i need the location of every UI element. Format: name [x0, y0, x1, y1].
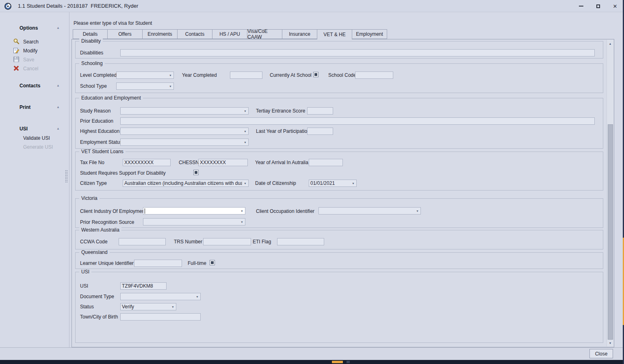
tab-hs-apu[interactable]: HS / APU	[212, 29, 247, 39]
tab-insurance[interactable]: Insurance	[282, 29, 317, 39]
group-schooling: Schooling Level Completed ▼ Year Complet…	[75, 63, 603, 93]
full-time-label: Full-time	[188, 260, 206, 266]
tertiary-entrance-score-input[interactable]	[307, 107, 333, 115]
disabilities-input[interactable]	[120, 49, 595, 56]
scroll-up-icon[interactable]: ▲	[607, 40, 613, 47]
dropdown-arrow-icon[interactable]: ▼	[350, 182, 356, 185]
school-code-input[interactable]	[355, 72, 393, 79]
dropdown-arrow-icon[interactable]: ▼	[414, 210, 420, 212]
taskbar-app-icon	[347, 361, 350, 363]
ccwa-code-input[interactable]	[119, 238, 166, 245]
dropdown-arrow-icon[interactable]: ▼	[167, 74, 173, 77]
tab-enrolments[interactable]: Enrolments	[143, 29, 178, 39]
tab-vet-he[interactable]: VET & HE	[317, 29, 352, 39]
collapse-contacts-icon[interactable]: ▲	[56, 84, 60, 87]
last-year-participation-input[interactable]	[307, 128, 333, 135]
chessn-input[interactable]	[198, 159, 248, 166]
group-western-australia: Western Australia CCWA Code TRS Number E…	[75, 230, 603, 249]
tab-offers[interactable]: Offers	[108, 29, 143, 39]
group-title: Queensland	[79, 249, 110, 255]
study-reason-label: Study Reason	[80, 108, 110, 114]
study-reason-dropdown[interactable]: ▼	[120, 107, 249, 115]
employment-status-dropdown[interactable]: ▼	[120, 139, 249, 146]
citizen-type-dropdown[interactable]: Australian citizen (including Australian…	[123, 180, 249, 187]
dropdown-arrow-icon[interactable]: ▼	[239, 221, 245, 223]
dropdown-arrow-icon[interactable]: ▼	[242, 182, 248, 185]
level-completed-dropdown[interactable]: ▼	[116, 72, 174, 79]
sidebar-item-modify[interactable]: Modify	[23, 48, 37, 54]
close-button[interactable]: Close	[589, 349, 613, 358]
tab-details[interactable]: Details	[73, 29, 108, 39]
search-icon	[13, 38, 20, 45]
learner-unique-identifier-input[interactable]	[134, 260, 182, 267]
vertical-scrollbar[interactable]: ▲ ▼	[607, 40, 613, 347]
citizen-type-label: Citizen Type	[80, 180, 107, 186]
dropdown-arrow-icon[interactable]: ▼	[239, 210, 245, 212]
date-of-citizenship-dropdown[interactable]: 01/01/2021 ▼	[309, 180, 357, 187]
dropdown-arrow-icon[interactable]: ▼	[242, 141, 248, 144]
client-industry-dropdown[interactable]: ▼	[143, 207, 245, 214]
town-city-of-birth-input[interactable]	[120, 313, 201, 321]
group-title: Disability	[79, 38, 103, 44]
prior-education-input[interactable]	[120, 117, 595, 125]
scroll-down-icon[interactable]: ▼	[607, 340, 613, 346]
sidebar-group-usi[interactable]: USI	[20, 126, 28, 132]
sidebar-item-cancel[interactable]: Cancel	[23, 66, 38, 72]
maximize-button[interactable]	[591, 0, 605, 12]
dropdown-arrow-icon[interactable]: ▼	[167, 85, 173, 88]
usi-input[interactable]	[120, 282, 167, 290]
status-dropdown[interactable]: Verify ▼	[120, 303, 176, 310]
year-of-arrival-label: Year of Arrival In Autralia	[255, 160, 308, 165]
cancel-icon	[13, 65, 20, 72]
sidebar-group-options[interactable]: Options	[20, 25, 38, 31]
eti-flag-input[interactable]	[277, 238, 324, 245]
full-time-checkbox[interactable]	[210, 260, 215, 265]
collapse-print-icon[interactable]: ▲	[56, 105, 60, 109]
year-completed-label: Year Completed	[182, 72, 217, 78]
school-type-dropdown[interactable]: ▼	[116, 82, 174, 90]
minimize-button[interactable]	[574, 0, 588, 12]
group-title: VET Student Loans	[79, 149, 126, 154]
dropdown-arrow-icon[interactable]: ▼	[242, 110, 248, 113]
sidebar-item-generate-usi[interactable]: Generate USI	[23, 144, 53, 150]
trs-number-input[interactable]	[203, 238, 251, 245]
maximize-icon	[596, 4, 600, 8]
prior-recognition-dropdown[interactable]: ▼	[143, 218, 245, 225]
group-queensland: Queensland Learner Unique Identifier Ful…	[75, 252, 603, 269]
taskbar-sliver	[0, 360, 624, 364]
date-of-citizenship-label: Date of Citizenship	[255, 180, 296, 186]
checkbox-fill-icon	[195, 171, 197, 174]
document-type-dropdown[interactable]: ▼	[120, 293, 201, 300]
client-occupation-label: Client Occupation Identifier	[256, 208, 314, 214]
tax-file-no-input[interactable]	[123, 159, 171, 166]
sidebar-item-validate-usi[interactable]: Validate USI	[23, 135, 50, 141]
group-title: Education and Employment	[79, 95, 143, 101]
splitter-grip[interactable]	[65, 170, 68, 183]
chessn-label: CHESSN	[179, 160, 199, 165]
year-completed-input[interactable]	[230, 72, 262, 79]
tab-contacts[interactable]: Contacts	[178, 29, 212, 39]
dropdown-arrow-icon[interactable]: ▼	[170, 306, 176, 308]
last-year-participation-label: Last Year of Participation	[256, 128, 310, 134]
sidebar-item-save[interactable]: Save	[23, 57, 34, 63]
collapse-usi-icon[interactable]: ▲	[56, 127, 60, 130]
tab-strip: Details Offers Enrolments Contacts HS / …	[73, 29, 387, 39]
group-disability: Disability Disabilities	[75, 41, 603, 58]
group-title: Western Australia	[79, 227, 121, 233]
close-window-button[interactable]: ✕	[608, 0, 622, 12]
sidebar-group-print[interactable]: Print	[20, 104, 30, 110]
tab-visa-coe-caaw[interactable]: Visa/CoE CAAW	[247, 29, 282, 39]
sidebar-group-contacts[interactable]: Contacts	[20, 83, 40, 89]
scrollbar-thumb[interactable]	[608, 124, 613, 340]
year-of-arrival-input[interactable]	[309, 159, 343, 166]
tab-employment[interactable]: Employment	[352, 29, 387, 39]
dropdown-arrow-icon[interactable]: ▼	[194, 295, 200, 298]
currently-at-school-checkbox[interactable]	[313, 72, 318, 77]
group-victoria: Victoria Client Industry Of Employment ▼…	[75, 198, 603, 228]
collapse-options-icon[interactable]: ▲	[56, 26, 60, 30]
support-for-disability-checkbox[interactable]	[193, 170, 199, 175]
dropdown-arrow-icon[interactable]: ▼	[242, 130, 248, 133]
client-occupation-dropdown[interactable]: ▼	[318, 207, 421, 214]
sidebar-item-search[interactable]: Search	[23, 39, 39, 45]
highest-education-dropdown[interactable]: ▼	[120, 128, 249, 135]
